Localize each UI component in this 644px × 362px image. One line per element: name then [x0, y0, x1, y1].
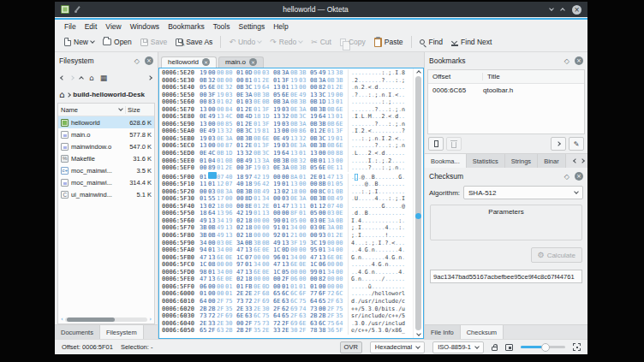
hex-byte[interactable]: 13 [290, 181, 299, 188]
calculate-button[interactable]: ⚙ Calculate [531, 247, 582, 263]
hex-byte[interactable]: 6E [336, 142, 344, 150]
hex-byte[interactable]: 40 [336, 203, 344, 211]
hex-byte[interactable]: 64 [208, 210, 217, 217]
hex-byte[interactable]: 01 [245, 261, 253, 269]
close-tab-icon[interactable]: × [249, 58, 257, 66]
ascii-char[interactable]: . [402, 150, 405, 157]
hex-byte[interactable]: 0E [290, 92, 299, 99]
hex-byte[interactable]: 8C [319, 188, 327, 196]
hex-byte[interactable]: 1D [319, 98, 327, 106]
hex-byte[interactable]: 01 [282, 224, 290, 232]
hex-byte[interactable]: 3C [245, 128, 253, 135]
hex-byte[interactable]: 75 [262, 312, 271, 320]
hex-byte[interactable]: 0E [200, 128, 208, 135]
hex-byte[interactable]: 3A [262, 157, 271, 165]
hex-row[interactable]: 0006:5F50186413964219011300008F010500030… [162, 210, 413, 217]
hex-byte[interactable]: 47 [282, 203, 290, 211]
tool-tab-strings[interactable]: Strings [505, 154, 538, 168]
hex-byte[interactable]: 0B [290, 98, 299, 106]
hex-byte[interactable]: 91 [273, 224, 282, 232]
menu-item-view[interactable]: View [101, 21, 125, 32]
hex-byte[interactable]: 13 [208, 254, 217, 262]
hex-byte[interactable]: 0E [327, 164, 336, 172]
hex-byte[interactable]: 02 [225, 98, 234, 106]
hex-byte[interactable]: 3F [282, 77, 290, 85]
hex-byte[interactable]: 00 [282, 210, 290, 217]
hex-byte[interactable]: 47 [273, 261, 282, 269]
hex-byte[interactable]: 00 [336, 246, 344, 254]
ascii-char[interactable]: . [402, 269, 405, 276]
ascii-char[interactable]: n [402, 142, 405, 150]
home-icon[interactable]: ⌂ [89, 74, 94, 82]
hex-byte[interactable]: 3B [319, 106, 327, 114]
hex-byte[interactable]: 00 [253, 217, 262, 225]
hex-byte[interactable]: 13 [245, 269, 253, 276]
overwrite-mode-button[interactable]: OVR [340, 341, 362, 353]
hex-byte[interactable]: 3A [327, 224, 336, 232]
chevron-down-icon[interactable] [298, 39, 303, 44]
forward-icon[interactable] [69, 75, 75, 80]
hex-byte[interactable]: 49 [299, 92, 307, 99]
hex-byte[interactable]: 2F [208, 327, 217, 335]
hex-byte[interactable]: 6F [299, 290, 307, 298]
hex-byte[interactable]: 19 [327, 92, 336, 99]
hex-byte[interactable]: 03 [282, 121, 290, 128]
hex-byte[interactable]: 02 [282, 188, 290, 196]
hex-byte[interactable]: 6C [282, 290, 290, 298]
hex-byte[interactable]: 0E [236, 92, 245, 99]
hex-byte[interactable]: 3A [319, 77, 327, 85]
hex-byte[interactable]: 2B [319, 312, 327, 320]
hex-byte[interactable]: 78 [310, 327, 319, 335]
hex-byte[interactable]: 0D [262, 283, 271, 291]
hex-byte[interactable]: 0B [327, 142, 336, 150]
hex-byte[interactable]: 3B [299, 98, 307, 106]
hex-byte[interactable]: 19 [319, 240, 327, 247]
ascii-char[interactable]: c [402, 298, 405, 306]
hex-byte[interactable]: 65 [282, 312, 290, 320]
hex-byte[interactable]: 00 [336, 240, 344, 247]
hex-byte[interactable]: 01 [319, 246, 327, 254]
hex-byte[interactable]: 00 [262, 261, 271, 269]
hex-byte[interactable]: 00 [310, 232, 319, 240]
hex-byte[interactable]: 0B [253, 150, 262, 157]
hex-byte[interactable]: 19 [217, 92, 225, 99]
hex-byte[interactable]: 02 [236, 217, 245, 225]
hex-byte[interactable]: 3A [225, 135, 234, 143]
hex-byte[interactable]: 1C [273, 269, 282, 276]
hex-byte[interactable]: 1C [236, 254, 245, 262]
hex-byte[interactable]: 3A [299, 121, 307, 128]
find-next-button[interactable]: Find Next [447, 36, 496, 48]
hex-byte[interactable]: 19 [273, 142, 282, 150]
scroll-right-icon[interactable]: › [149, 316, 152, 323]
hex-byte[interactable]: 05 [200, 84, 208, 92]
hex-byte[interactable]: 06 [290, 276, 299, 283]
hex-byte[interactable]: 03 [225, 92, 234, 99]
hex-byte[interactable]: 19 [310, 113, 319, 121]
tool-tab-bookma[interactable]: Bookma... [425, 154, 467, 168]
hex-byte[interactable]: 65 [273, 290, 282, 298]
hex-byte[interactable]: 18 [245, 181, 253, 188]
hex-row[interactable]: 0006:5EF00089012E003F19030E3A0B3B056E0E1… [162, 164, 413, 172]
hex-byte[interactable]: 01 [282, 254, 290, 262]
hex-byte[interactable]: 00 [200, 92, 208, 99]
hex-byte[interactable]: 02 [236, 276, 245, 283]
hex-byte[interactable]: 13 [319, 254, 327, 262]
hex-byte[interactable]: 2F [327, 306, 336, 313]
hex-byte[interactable]: 2F [217, 298, 225, 306]
hex-byte[interactable]: 2F [290, 312, 299, 320]
hex-byte[interactable]: 2F [273, 306, 282, 313]
hex-byte[interactable]: 01 [236, 106, 245, 114]
hex-byte[interactable]: 8F [290, 210, 299, 217]
hex-byte[interactable]: 2E [262, 327, 271, 335]
value-coding-select[interactable]: Hexadecimal [370, 341, 425, 353]
scroll-tabs-right-icon[interactable] [580, 158, 585, 163]
hex-byte[interactable]: 2E [262, 203, 271, 211]
hex-byte[interactable]: 18 [245, 276, 253, 283]
hex-byte[interactable]: 03 [208, 188, 217, 196]
scroll-left-icon[interactable]: ‹ [61, 316, 63, 323]
hex-byte[interactable]: 0B [310, 98, 319, 106]
hex-byte[interactable]: 00 [327, 276, 336, 283]
save-button[interactable]: Save [136, 36, 171, 48]
ascii-char[interactable]: . [402, 254, 405, 262]
hex-byte[interactable]: 32 [208, 77, 217, 85]
